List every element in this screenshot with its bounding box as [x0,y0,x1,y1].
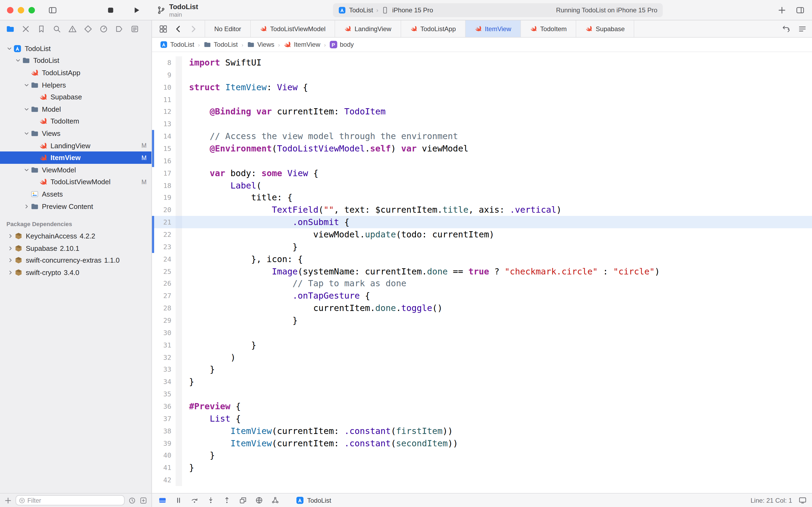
minimize-window-button[interactable] [18,7,24,13]
line-number[interactable]: 14 [154,132,176,140]
code-line[interactable]: 42 [152,474,812,486]
line-number[interactable]: 40 [154,451,176,459]
disclosure-right-icon[interactable] [6,258,14,264]
line-number[interactable]: 39 [154,439,176,447]
line-number[interactable]: 28 [154,304,176,312]
tab-todoitem[interactable]: TodoItem [521,20,577,37]
code-line[interactable]: 23 } [152,241,812,253]
zoom-window-button[interactable] [28,7,35,13]
code-line[interactable]: 37 List { [152,412,812,425]
toggle-right-sidebar-icon[interactable] [796,6,805,14]
line-number[interactable]: 26 [154,280,176,288]
pause-icon[interactable] [175,496,183,504]
code-line[interactable]: 12 @Binding var currentItem: TodoItem [152,106,812,118]
sidebar-item-helpers[interactable]: Helpers [0,79,152,91]
tab-todolistviewmodel[interactable]: TodoListViewModel [251,20,335,37]
code-line[interactable]: 39 ItemView(currentItem: .constant(secon… [152,437,812,449]
line-number[interactable]: 15 [154,145,176,153]
disclosure-down-icon[interactable] [22,130,31,136]
stop-button[interactable] [106,6,115,14]
line-number[interactable]: 37 [154,415,176,423]
line-number[interactable]: 20 [154,206,176,214]
line-number[interactable]: 11 [154,95,176,103]
add-item-icon[interactable] [4,497,12,504]
sidebar-item-viewmodel[interactable]: ViewModel [0,164,152,176]
view-debugger-icon[interactable] [239,496,247,504]
line-number[interactable]: 24 [154,255,176,263]
line-number[interactable]: 35 [154,390,176,398]
running-target[interactable]: TodoList [296,496,331,504]
disclosure-down-icon[interactable] [14,58,22,64]
code-line[interactable]: 41} [152,462,812,474]
line-number[interactable]: 18 [154,181,176,189]
issues-icon[interactable] [68,25,77,33]
code-editor[interactable]: 8import SwiftUI910struct ItemView: View … [152,52,812,493]
tab-itemview[interactable]: ItemView [466,20,521,37]
filter-input[interactable]: Filter [15,495,125,505]
breadcrumb-item-todolist[interactable]: TodoList [160,41,194,48]
code-line[interactable]: 16 [152,155,812,167]
line-number[interactable]: 29 [154,316,176,324]
sidebar-item-preview-content[interactable]: Preview Content [0,200,152,212]
code-line[interactable]: 24 }, icon: { [152,253,812,265]
line-number[interactable]: 31 [154,341,176,349]
code-line[interactable]: 25 Image(systemName: currentItem.done ==… [152,265,812,277]
disclosure-right-icon[interactable] [22,203,31,209]
code-line[interactable]: 29 } [152,314,812,327]
disclosure-right-icon[interactable] [6,233,14,239]
tab-todolistapp[interactable]: TodoListApp [401,20,465,37]
source-control-icon[interactable] [21,25,30,33]
code-line[interactable]: 21 .onSubmit { [152,216,812,228]
code-line[interactable]: 15 @Environment(TodoListViewModel.self) … [152,142,812,155]
scheme-selector[interactable]: TodoList › iPhone 15 Pro Running TodoLis… [333,3,663,17]
breakpoints-icon[interactable] [115,25,123,33]
bookmarks-icon[interactable] [37,25,46,33]
project-navigator-icon[interactable] [6,25,14,33]
line-number[interactable]: 19 [154,193,176,202]
sidebar-item-supabase[interactable]: Supabase [0,91,152,103]
sidebar-item-todolist[interactable]: TodoList [0,43,152,55]
code-line[interactable]: 32 ) [152,351,812,363]
sidebar-item-todolistapp[interactable]: TodoListApp [0,67,152,79]
code-line[interactable]: 35 [152,388,812,400]
sidebar-item-todolistviewmodel[interactable]: TodoListViewModelM [0,176,152,188]
package-item-supabase[interactable]: Supabase2.10.1 [0,242,152,254]
run-button[interactable] [132,6,141,14]
sidebar-item-model[interactable]: Model [0,103,152,115]
code-line[interactable]: 26 // Tap to mark as done [152,277,812,290]
sidebar-item-assets[interactable]: Assets [0,188,152,200]
forward-icon[interactable] [189,24,197,33]
line-number[interactable]: 12 [154,108,176,116]
line-number[interactable]: 27 [154,292,176,300]
add-button[interactable] [777,6,786,14]
breadcrumb-item-body[interactable]: Pbody [330,41,354,48]
line-number[interactable]: 42 [154,476,176,484]
find-icon[interactable] [53,25,61,33]
tab-landingview[interactable]: LandingView [335,20,401,37]
line-number[interactable]: 8 [154,59,176,67]
code-line[interactable]: 10struct ItemView: View { [152,81,812,93]
line-number[interactable]: 23 [154,243,176,251]
line-number[interactable]: 36 [154,402,176,410]
sidebar-item-landingview[interactable]: LandingViewM [0,139,152,152]
project-branch-widget[interactable]: TodoList main [157,3,198,18]
breadcrumb-item-views[interactable]: Views [247,41,275,48]
breadcrumb-item-itemview[interactable]: ItemView [284,41,320,48]
debug-area-toggle-icon[interactable] [159,496,167,504]
sidebar-item-views[interactable]: Views [0,127,152,139]
disclosure-right-icon[interactable] [6,270,14,276]
disclosure-down-icon[interactable] [22,167,31,173]
environment-overrides-icon[interactable] [255,496,263,504]
disclosure-down-icon[interactable] [5,46,13,52]
editor-options-icon[interactable] [798,25,807,33]
line-number[interactable]: 17 [154,169,176,177]
code-line[interactable]: 17 var body: some View { [152,167,812,179]
disclosure-down-icon[interactable] [22,82,31,88]
line-number[interactable]: 38 [154,427,176,435]
line-number[interactable]: 41 [154,464,176,472]
code-line[interactable]: 8import SwiftUI [152,56,812,69]
sidebar-item-todolist[interactable]: TodoList [0,55,152,67]
code-line[interactable]: 28 currentItem.done.toggle() [152,302,812,314]
step-over-icon[interactable] [191,496,199,504]
line-number[interactable]: 21 [154,218,176,226]
